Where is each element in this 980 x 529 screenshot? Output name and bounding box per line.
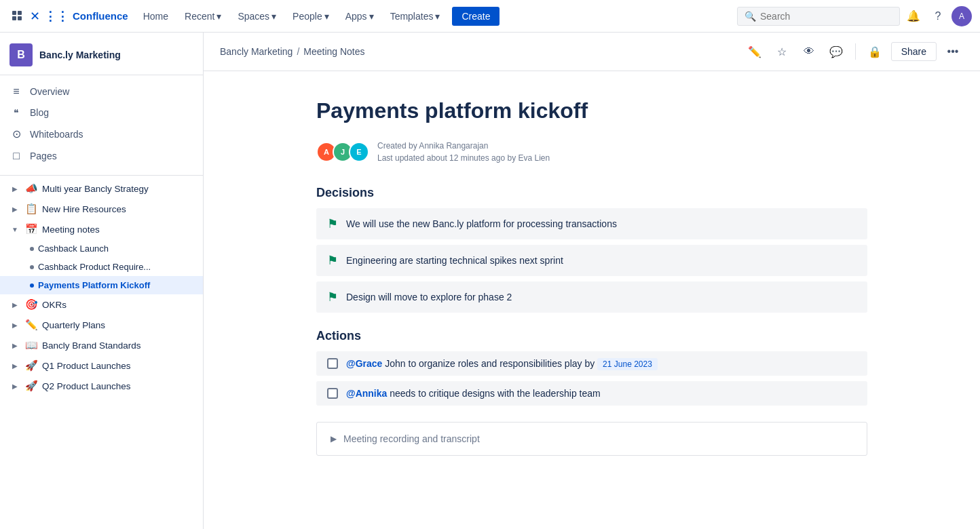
overview-icon: ≡ [10, 85, 23, 98]
space-icon: B [10, 43, 33, 66]
sidebar-item-multi-year[interactable]: ▶ 📣 Multi year Bancly Strategy [0, 178, 203, 199]
quarterly-icon: ✏️ [24, 319, 38, 331]
action-text-2: @Annika needs to critique designs with t… [346, 388, 856, 399]
nav-home[interactable]: Home [136, 7, 175, 26]
confluence-logo-mark: ⋮⋮ [44, 9, 69, 24]
pencil-icon: ✏️ [748, 45, 761, 58]
decision-text-2: Engineering are starting technical spike… [346, 255, 563, 266]
action-mention-1: @Grace [346, 358, 382, 369]
page-header: Bancly Marketing / Meeting Notes ✏️ ☆ 👁 … [204, 33, 980, 71]
sidebar-item-payments-kickoff[interactable]: Payments Platform Kickoff [0, 276, 203, 294]
svg-rect-1 [18, 11, 22, 15]
help-icon: ? [935, 10, 941, 22]
sidebar-item-okrs[interactable]: ▶ 🎯 OKRs [0, 294, 203, 315]
eye-icon: 👁 [804, 45, 814, 58]
space-name: Banc.ly Marketing [39, 50, 121, 60]
new-hire-icon: 📋 [24, 203, 38, 215]
grid-icon[interactable] [8, 7, 27, 26]
contributors-avatars: A J E [316, 142, 369, 162]
nav-templates[interactable]: Templates ▾ [383, 7, 447, 26]
chevron-right-icon: ▶ [10, 205, 20, 213]
search-icon: 🔍 [745, 11, 756, 22]
create-button[interactable]: Create [452, 7, 500, 26]
separator [855, 43, 856, 60]
breadcrumb-space[interactable]: Bancly Marketing [220, 46, 293, 57]
q2-launches-icon: 🚀 [24, 380, 38, 392]
lock-button[interactable]: 🔒 [864, 41, 886, 62]
bell-icon: 🔔 [907, 9, 920, 22]
decision-item-2: ⚑ Engineering are starting technical spi… [316, 245, 867, 276]
search-input[interactable] [760, 11, 892, 22]
decision-text-3: Design will move to explore for phase 2 [346, 292, 512, 302]
decisions-section: Decisions ⚑ We will use the new Banc.ly … [316, 186, 867, 313]
action-date-1: 21 June 2023 [597, 358, 658, 370]
edit-button[interactable]: ✏️ [744, 41, 766, 62]
logo[interactable]: ✕ ⋮⋮ Confluence [30, 9, 128, 24]
page-title: Payments platform kickoff [316, 98, 867, 123]
bullet-icon [30, 283, 34, 288]
pages-icon: □ [10, 150, 23, 162]
decision-item-3: ⚑ Design will move to explore for phase … [316, 281, 867, 313]
user-avatar[interactable]: A [951, 6, 972, 26]
decision-icon-1: ⚑ [327, 216, 338, 231]
action-item-1: @Grace John to organize roles and respon… [316, 351, 867, 376]
sidebar-item-pages[interactable]: □ Pages [0, 145, 203, 167]
avatar-3: E [349, 142, 369, 162]
star-button[interactable]: ☆ [771, 41, 793, 62]
share-button[interactable]: Share [891, 42, 937, 61]
sidebar-item-new-hire[interactable]: ▶ 📋 New Hire Resources [0, 199, 203, 219]
sidebar-item-quarterly[interactable]: ▶ ✏️ Quarterly Plans [0, 315, 203, 335]
brand-icon: 📖 [24, 339, 38, 351]
sidebar-item-q2-launches[interactable]: ▶ 🚀 Q2 Product Launches [0, 376, 203, 396]
lock-icon: 🔒 [868, 45, 882, 58]
meeting-notes-icon: 📅 [24, 223, 38, 235]
recording-section[interactable]: ▶ Meeting recording and transcript [316, 422, 867, 456]
chevron-right-icon: ▶ [10, 362, 20, 370]
chevron-right-icon: ▶ [10, 383, 20, 390]
more-icon: ••• [947, 45, 959, 58]
sidebar-item-blog[interactable]: ❝ Blog [0, 102, 203, 123]
chevron-right-icon: ▶ [10, 301, 20, 309]
nav-spaces[interactable]: Spaces ▾ [231, 7, 283, 26]
breadcrumb-separator: / [297, 46, 299, 57]
decision-icon-3: ⚑ [327, 290, 338, 305]
help-button[interactable]: ? [927, 5, 949, 27]
sidebar-item-cashback-product[interactable]: Cashback Product Require... [0, 258, 203, 276]
more-button[interactable]: ••• [942, 41, 964, 62]
decisions-heading: Decisions [316, 186, 867, 200]
q1-launches-icon: 🚀 [24, 359, 38, 372]
action-checkbox-2[interactable] [327, 388, 338, 399]
multi-year-icon: 📣 [24, 182, 38, 195]
decision-text-1: We will use the new Banc.ly platform for… [346, 218, 617, 229]
recording-label: Meeting recording and transcript [343, 433, 480, 444]
breadcrumb-parent[interactable]: Meeting Notes [303, 46, 364, 57]
action-text-1: @Grace John to organize roles and respon… [346, 358, 856, 369]
notifications-button[interactable]: 🔔 [903, 5, 924, 27]
nav-people[interactable]: People ▾ [286, 7, 336, 26]
sidebar-item-overview[interactable]: ≡ Overview [0, 81, 203, 102]
comment-icon: 💬 [829, 45, 843, 58]
comment-button[interactable]: 💬 [825, 41, 847, 62]
breadcrumb: Bancly Marketing / Meeting Notes [220, 46, 365, 57]
watch-button[interactable]: 👁 [798, 41, 820, 62]
sidebar-divider [0, 175, 203, 176]
action-mention-2: @Annika [346, 388, 387, 399]
actions-heading: Actions [316, 329, 867, 343]
star-icon: ☆ [777, 45, 787, 58]
action-checkbox-1[interactable] [327, 358, 338, 369]
sidebar-item-q1-launches[interactable]: ▶ 🚀 Q1 Product Launches [0, 355, 203, 376]
nav-recent[interactable]: Recent ▾ [178, 7, 228, 26]
sidebar-item-whiteboards[interactable]: ⊙ Whiteboards [0, 123, 203, 145]
top-nav: ✕ ⋮⋮ Confluence Home Recent ▾ Spaces ▾ P… [0, 0, 980, 33]
sidebar-item-cashback-launch[interactable]: Cashback Launch [0, 239, 203, 258]
chevron-right-icon: ▶ [10, 185, 20, 193]
sidebar: B Banc.ly Marketing ≡ Overview ❝ Blog ⊙ … [0, 33, 204, 529]
search-bar[interactable]: 🔍 [737, 7, 900, 26]
chevron-right-icon: ▶ [331, 434, 337, 444]
sidebar-item-brand[interactable]: ▶ 📖 Bancly Brand Standards [0, 335, 203, 355]
nav-apps[interactable]: Apps ▾ [339, 7, 381, 26]
page-body: Payments platform kickoff A J E Created … [300, 71, 884, 483]
chevron-right-icon: ▶ [10, 342, 20, 349]
sidebar-item-meeting-notes[interactable]: ▼ 📅 Meeting notes [0, 219, 203, 239]
logo-text: Confluence [73, 10, 128, 22]
